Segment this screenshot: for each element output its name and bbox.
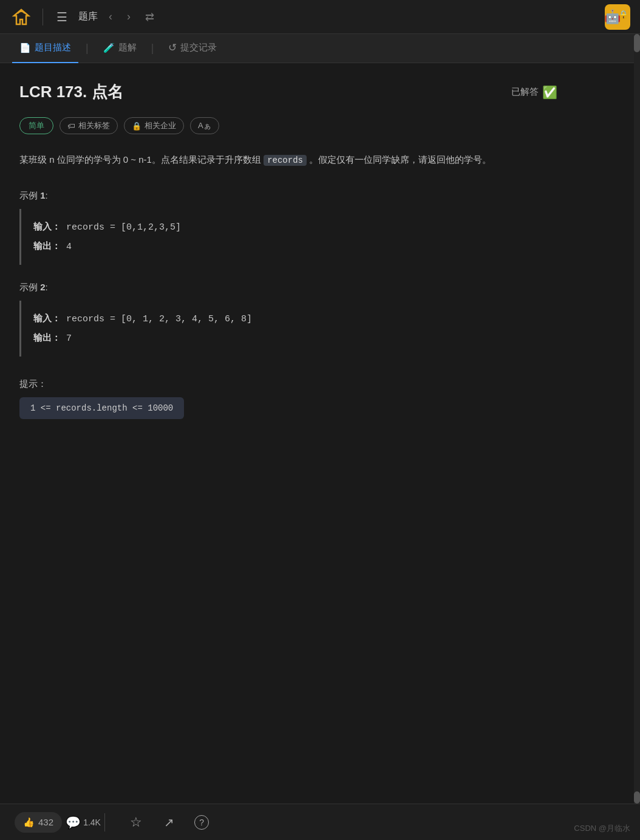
- scrollbar-track[interactable]: [634, 34, 640, 804]
- difficulty-tag[interactable]: 简单: [19, 117, 53, 134]
- example-1-output-value: 4: [66, 242, 72, 252]
- hint-constraint: 1 <= records.length <= 10000: [19, 397, 184, 419]
- example-2: 示例 2: 输入： records = [0, 1, 2, 3, 4, 5, 6…: [19, 282, 557, 357]
- solved-badge: 已解答 ✅: [511, 85, 557, 100]
- solved-text: 已解答: [511, 86, 539, 98]
- desc-code-records: records: [264, 155, 307, 166]
- problem-description: 某班级 n 位同学的学号为 0 ~ n-1。点名结果记录于升序数组 record…: [19, 151, 557, 168]
- nav-title[interactable]: 题库: [78, 10, 98, 23]
- example-1-output-row: 输出： 4: [33, 237, 545, 256]
- tab-bar: 📄 题目描述 | 🧪 题解 | ↺ 提交记录: [0, 34, 640, 63]
- problem-id: LCR 173.: [19, 83, 87, 101]
- tab-description[interactable]: 📄 题目描述: [12, 34, 78, 63]
- tab-description-label: 题目描述: [35, 42, 71, 53]
- nav-shuffle-button[interactable]: ⇄: [141, 9, 158, 25]
- lock-small-icon: 🔒: [132, 121, 141, 131]
- share-icon: ↗: [164, 815, 174, 830]
- nav-robot-button[interactable]: 🤖 🔒: [605, 4, 630, 30]
- example-2-output-value: 7: [66, 333, 72, 344]
- lock-icon: 🔒: [618, 10, 628, 19]
- thumbs-up-icon: 👍: [23, 817, 35, 828]
- nav-list-icon[interactable]: ☰: [53, 7, 71, 27]
- tags-row: 简单 🏷 相关标签 🔒 相关企业 Aぁ: [19, 117, 557, 134]
- like-button[interactable]: 👍 432: [15, 812, 62, 833]
- desc-text-2: 。假定仅有一位同学缺席，请返回他的学号。: [309, 154, 491, 165]
- help-button[interactable]: ?: [190, 811, 213, 834]
- problem-name: 点名: [92, 83, 123, 101]
- star-icon: ☆: [130, 814, 142, 830]
- bottom-sep: [104, 813, 105, 831]
- example-2-input-value: records = [0, 1, 2, 3, 4, 5, 6, 8]: [66, 314, 252, 324]
- example-1-block: 输入： records = [0,1,2,3,5] 输出： 4: [19, 209, 557, 265]
- tab-sep-1: |: [86, 42, 89, 55]
- example-1-output-label: 输出：: [33, 241, 61, 251]
- related-company-button[interactable]: 🔒 相关企业: [124, 117, 184, 134]
- scrollbar-thumb-bottom[interactable]: [634, 791, 640, 804]
- check-icon: ✅: [542, 85, 557, 100]
- bottom-bar: 👍 432 💬 1.4K ☆ ↗ ?: [0, 804, 640, 840]
- nav-next-button[interactable]: ›: [123, 9, 134, 24]
- hint-title: 提示：: [19, 378, 557, 390]
- problem-header: LCR 173. 点名 已解答 ✅: [19, 81, 557, 103]
- hint-section: 提示： 1 <= records.length <= 10000: [19, 378, 557, 419]
- related-tags-button[interactable]: 🏷 相关标签: [60, 117, 118, 134]
- help-icon: ?: [194, 815, 209, 830]
- scrollbar-thumb-top[interactable]: [634, 34, 640, 52]
- share-button[interactable]: ↗: [157, 811, 180, 834]
- tab-submissions-label: 提交记录: [180, 42, 217, 53]
- comment-icon: 💬: [66, 815, 81, 830]
- example-2-input-row: 输入： records = [0, 1, 2, 3, 4, 5, 6, 8]: [33, 309, 545, 329]
- example-2-title: 示例 2:: [19, 282, 557, 293]
- related-tags-label: 相关标签: [78, 120, 110, 131]
- tab-solution-label: 题解: [118, 42, 137, 53]
- star-button[interactable]: ☆: [124, 811, 148, 834]
- related-company-label: 相关企业: [145, 120, 176, 131]
- example-1-input-label: 输入：: [33, 221, 61, 231]
- comment-button[interactable]: 💬 1.4K: [72, 811, 95, 834]
- nav-divider: [43, 9, 43, 26]
- like-count: 432: [38, 817, 53, 827]
- desc-text-1: 某班级 n 位同学的学号为 0 ~ n-1。点名结果记录于升序数组: [19, 154, 261, 165]
- tab-submissions[interactable]: ↺ 提交记录: [161, 34, 224, 63]
- comment-count: 1.4K: [83, 818, 101, 827]
- example-1-title: 示例 1:: [19, 190, 557, 202]
- submissions-icon: ↺: [168, 41, 177, 54]
- example-1-input-value: records = [0,1,2,3,5]: [66, 222, 181, 233]
- logo[interactable]: [10, 5, 33, 29]
- tab-solution[interactable]: 🧪 题解: [96, 34, 144, 63]
- example-2-output-label: 输出：: [33, 332, 61, 343]
- problem-title: LCR 173. 点名: [19, 81, 123, 103]
- top-nav: ☰ 题库 ‹ › ⇄ 🤖 🔒: [0, 0, 640, 34]
- example-2-output-row: 输出： 7: [33, 329, 545, 348]
- description-icon: 📄: [19, 43, 31, 53]
- font-button[interactable]: Aぁ: [190, 117, 219, 134]
- watermark: CSDN @月临水: [574, 823, 630, 834]
- tab-sep-2: |: [151, 42, 154, 55]
- nav-prev-button[interactable]: ‹: [105, 9, 116, 24]
- main-content: LCR 173. 点名 已解答 ✅ 简单 🏷 相关标签 🔒 相关企业 Aぁ 某班…: [0, 63, 577, 480]
- tag-icon: 🏷: [67, 121, 75, 131]
- example-2-input-label: 输入：: [33, 313, 61, 323]
- example-2-block: 输入： records = [0, 1, 2, 3, 4, 5, 6, 8] 输…: [19, 301, 557, 357]
- solution-icon: 🧪: [103, 43, 115, 53]
- font-label: Aぁ: [198, 120, 211, 131]
- example-1-input-row: 输入： records = [0,1,2,3,5]: [33, 217, 545, 237]
- example-1: 示例 1: 输入： records = [0,1,2,3,5] 输出： 4: [19, 190, 557, 265]
